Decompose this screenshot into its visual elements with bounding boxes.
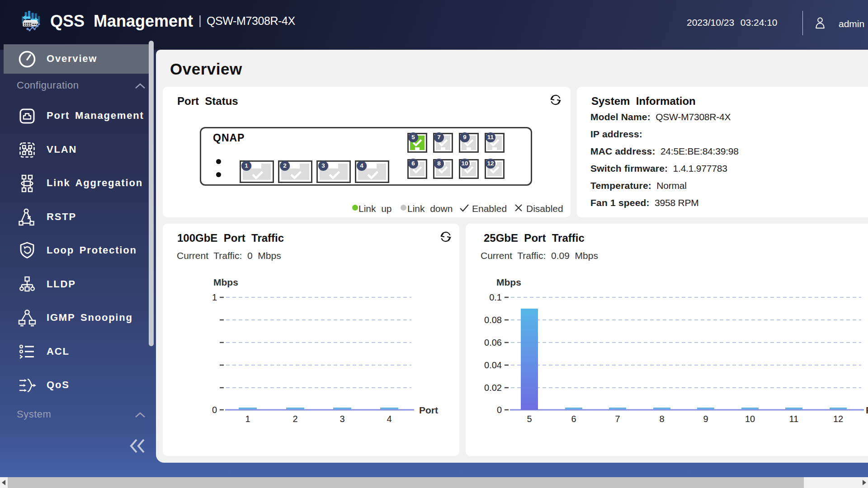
svg-text:6: 6 xyxy=(571,414,576,424)
svg-text:0.04: 0.04 xyxy=(484,360,502,370)
svg-text:0.06: 0.06 xyxy=(484,338,502,347)
svg-text:Mbps: Mbps xyxy=(496,277,521,287)
svg-text:5: 5 xyxy=(527,414,532,424)
svg-text:0: 0 xyxy=(212,405,217,415)
svg-text:3: 3 xyxy=(340,414,344,424)
svg-text:0.08: 0.08 xyxy=(484,315,502,325)
svg-text:2: 2 xyxy=(292,414,297,424)
svg-text:Mbps: Mbps xyxy=(213,277,238,287)
svg-text:12: 12 xyxy=(833,414,843,424)
svg-text:0.1: 0.1 xyxy=(489,292,502,302)
svg-text:9: 9 xyxy=(703,414,708,424)
svg-text:0: 0 xyxy=(497,405,502,415)
svg-text:1: 1 xyxy=(245,414,250,424)
svg-text:0.02: 0.02 xyxy=(484,383,502,393)
svg-text:11: 11 xyxy=(789,414,799,424)
svg-text:10: 10 xyxy=(745,414,755,424)
svg-text:8: 8 xyxy=(659,414,664,424)
svg-text:Port: Port xyxy=(419,405,438,415)
svg-text:7: 7 xyxy=(615,414,620,424)
svg-text:1: 1 xyxy=(212,292,217,302)
svg-text:Port: Port xyxy=(866,405,868,415)
svg-text:4: 4 xyxy=(387,414,392,424)
